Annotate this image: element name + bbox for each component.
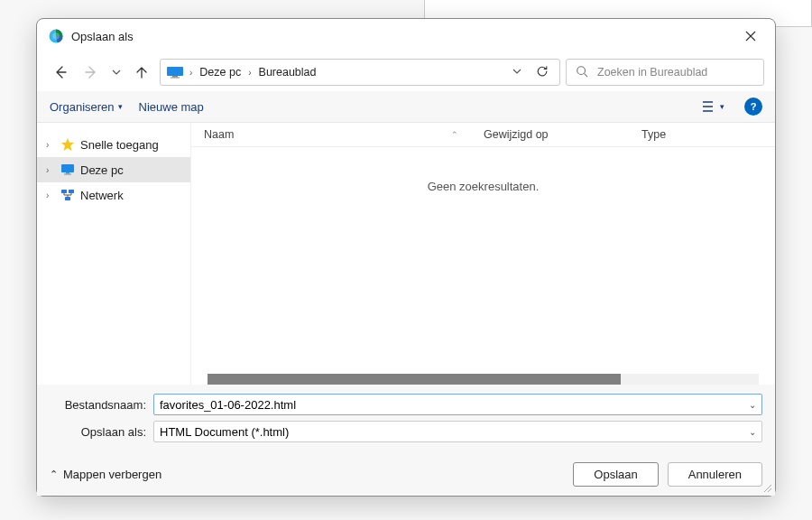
svg-rect-8 — [64, 174, 71, 175]
save-as-dialog: Opslaan als › Deze pc › Bureaublad — [36, 18, 776, 497]
forward-button[interactable] — [78, 60, 104, 85]
expand-icon[interactable]: › — [46, 165, 55, 175]
svg-rect-9 — [61, 190, 67, 193]
network-icon — [60, 188, 75, 202]
expand-icon[interactable]: › — [46, 190, 55, 200]
sidebar-item-label: Snelle toegang — [80, 138, 159, 152]
svg-rect-7 — [66, 172, 69, 174]
chevron-right-icon: › — [246, 68, 253, 78]
chevron-down-icon[interactable]: ⌄ — [749, 400, 756, 410]
toolbar: Organiseren▾ Nieuwe map ▾ ? — [37, 91, 775, 123]
address-bar[interactable]: › Deze pc › Bureaublad — [160, 59, 560, 86]
svg-rect-11 — [65, 197, 70, 200]
close-button[interactable] — [737, 29, 764, 44]
footer: ⌃ Mappen verbergen Opslaan Annuleren — [37, 453, 775, 496]
form-area: Bestandsnaam: ⌄ Opslaan als: HTML Docume… — [37, 385, 775, 453]
resize-grip[interactable] — [761, 482, 772, 493]
svg-rect-3 — [172, 76, 178, 78]
address-dropdown[interactable] — [507, 67, 527, 78]
hide-folders-toggle[interactable]: ⌃ Mappen verbergen — [50, 468, 161, 481]
refresh-button[interactable] — [531, 65, 554, 80]
sidebar-item-label: Netwerk — [80, 189, 124, 202]
svg-rect-4 — [171, 78, 180, 79]
sidebar-item-label: Deze pc — [80, 163, 124, 177]
column-type[interactable]: Type — [629, 128, 775, 141]
filetype-label: Opslaan als: — [50, 425, 153, 439]
horizontal-scrollbar[interactable] — [208, 374, 759, 385]
column-headers: Naam ⌃ Gewijzigd op Type — [191, 123, 775, 147]
help-button[interactable]: ? — [744, 98, 762, 116]
sort-indicator-icon: ⌃ — [451, 130, 458, 139]
filetype-combobox[interactable]: HTML Document (*.html) ⌄ — [153, 421, 762, 442]
breadcrumb-item[interactable]: Bureaublad — [257, 66, 318, 79]
cancel-button[interactable]: Annuleren — [668, 462, 762, 487]
chevron-right-icon: › — [188, 68, 194, 78]
filename-label: Bestandsnaam: — [50, 398, 153, 412]
filename-input[interactable] — [160, 398, 749, 412]
scrollbar-thumb[interactable] — [208, 374, 621, 385]
expand-icon[interactable]: › — [46, 140, 55, 150]
sidebar-item-quick-access[interactable]: › Snelle toegang — [37, 132, 190, 157]
search-box[interactable] — [566, 59, 764, 86]
chevron-down-icon[interactable]: ⌄ — [749, 427, 756, 437]
svg-point-1 — [52, 32, 60, 40]
search-icon — [576, 65, 588, 80]
column-modified[interactable]: Gewijzigd op — [471, 128, 629, 141]
svg-rect-10 — [69, 190, 74, 193]
file-list-body[interactable]: Geen zoekresultaten. — [191, 147, 775, 385]
filetype-value: HTML Document (*.html) — [160, 425, 749, 439]
up-button[interactable] — [129, 60, 154, 85]
pc-icon — [60, 162, 75, 177]
recent-dropdown[interactable] — [109, 68, 124, 77]
sidebar-item-network[interactable]: › Netwerk — [37, 182, 190, 208]
sidebar: › Snelle toegang › Deze pc › Netwerk — [37, 123, 190, 385]
view-options-button[interactable]: ▾ — [698, 97, 728, 116]
titlebar: Opslaan als — [37, 19, 775, 53]
nav-bar: › Deze pc › Bureaublad — [37, 53, 775, 91]
column-name[interactable]: Naam ⌃ — [191, 128, 471, 141]
filename-combobox[interactable]: ⌄ — [153, 394, 762, 415]
main-area: › Snelle toegang › Deze pc › Netwerk — [37, 123, 775, 385]
save-button[interactable]: Opslaan — [573, 462, 658, 487]
empty-results-message: Geen zoekresultaten. — [191, 147, 775, 226]
search-input[interactable] — [597, 66, 754, 79]
star-icon — [60, 137, 75, 152]
chevron-up-icon: ⌃ — [50, 469, 58, 480]
new-folder-button[interactable]: Nieuwe map — [139, 100, 204, 114]
breadcrumb-item[interactable]: Deze pc — [198, 66, 243, 79]
this-pc-icon — [166, 66, 184, 79]
organise-menu[interactable]: Organiseren▾ — [50, 100, 123, 114]
svg-point-5 — [577, 66, 586, 74]
edge-icon — [48, 28, 64, 44]
window-title: Opslaan als — [71, 30, 737, 43]
svg-rect-6 — [61, 164, 74, 172]
file-list: Naam ⌃ Gewijzigd op Type Geen zoekresult… — [190, 123, 775, 385]
sidebar-item-this-pc[interactable]: › Deze pc — [37, 157, 190, 182]
svg-rect-2 — [167, 67, 183, 76]
back-button[interactable] — [48, 60, 73, 85]
